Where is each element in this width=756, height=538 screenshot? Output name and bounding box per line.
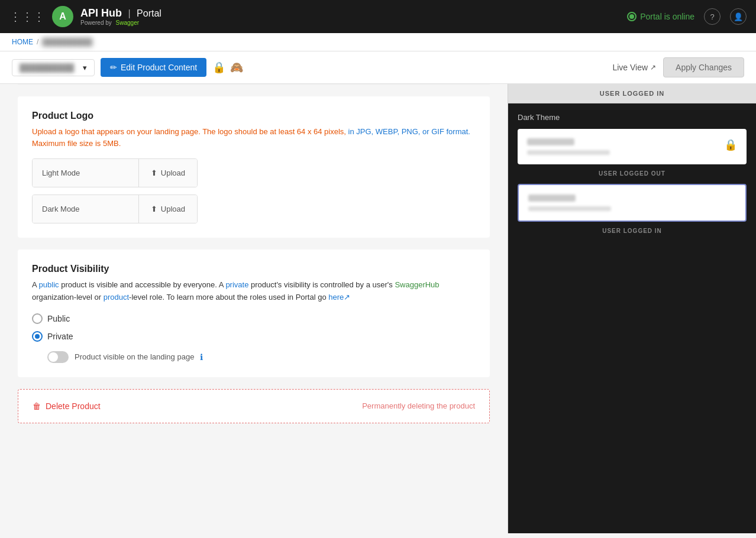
light-mode-upload-button[interactable]: ⬆ Upload <box>138 159 197 187</box>
product-dropdown[interactable]: ██████████ ▾ <box>12 59 95 76</box>
logo-section-title: Product Logo <box>32 111 476 121</box>
visibility-radio-group: Public Private <box>32 313 476 342</box>
breadcrumb-current: ██████████ <box>42 38 92 46</box>
help-icon[interactable]: ? <box>704 8 721 25</box>
preview-desc-1 <box>527 150 610 155</box>
breadcrumb-sep: / <box>37 38 38 46</box>
logged-out-label: USER LOGGED OUT <box>518 167 747 184</box>
private-radio-circle <box>32 331 43 342</box>
live-view-label: Live View <box>612 63 648 72</box>
visibility-desc: A public product is visible and accessib… <box>32 279 476 304</box>
logo-section-desc: Upload a logo that appears on your landi… <box>32 126 476 149</box>
preview-title-1 <box>527 138 574 145</box>
upload-icon-dark: ⬆ <box>151 205 157 213</box>
visibility-title: Product Visibility <box>32 264 476 274</box>
brand-text: API Hub | Portal Powered by Swagger <box>80 7 161 26</box>
dark-mode-upload-row: Dark Mode ⬆ Upload <box>32 195 198 223</box>
dark-mode-label: Dark Mode <box>33 195 138 223</box>
upload-icon-light: ⬆ <box>151 168 157 177</box>
upload-label-light: Upload <box>161 168 185 177</box>
here-link[interactable]: here↗ <box>328 293 350 302</box>
delete-section: 🗑 Delete Product Permanently deleting th… <box>18 389 490 423</box>
light-mode-label: Light Mode <box>33 159 138 187</box>
toggle-row: Product visible on the landing page ℹ <box>47 351 476 363</box>
left-panel: Product Logo Upload a logo that appears … <box>0 84 508 533</box>
breadcrumb-home[interactable]: HOME <box>12 38 33 46</box>
public-radio-circle <box>32 313 43 324</box>
status-label: Portal is online <box>640 12 694 21</box>
eye-off-icon[interactable]: 🙈 <box>230 61 243 74</box>
lock-preview-icon: 🔒 <box>724 138 737 151</box>
dark-mode-upload-button[interactable]: ⬆ Upload <box>138 195 197 223</box>
delete-icon: 🗑 <box>33 401 41 411</box>
visibility-toggle[interactable] <box>47 351 69 363</box>
breadcrumb: HOME / ██████████ <box>0 33 756 51</box>
visibility-section: Product Visibility A public product is v… <box>18 249 490 377</box>
portal-status: Portal is online <box>627 12 694 21</box>
logo-upload-area: Light Mode ⬆ Upload Dark Mode ⬆ Upload <box>32 158 476 223</box>
private-radio[interactable]: Private <box>32 331 476 342</box>
main-layout: Product Logo Upload a logo that appears … <box>0 84 756 533</box>
swagger-label: Swagger <box>116 20 139 26</box>
product-dropdown-text: ██████████ <box>20 63 78 72</box>
logged-in-bottom-label: USER LOGGED IN <box>518 224 747 234</box>
dropdown-arrow-icon: ▾ <box>83 63 87 72</box>
toolbar-right: Live View ↗ Apply Changes <box>612 57 744 77</box>
apply-label: Apply Changes <box>676 63 732 72</box>
toolbar-left: ██████████ ▾ ✏ Edit Product Content 🔒 🙈 <box>12 58 243 77</box>
grid-icon[interactable]: ⋮⋮⋮ <box>9 9 45 24</box>
toolbar-icons: 🔒 🙈 <box>212 61 243 74</box>
logged-out-preview-card: 🔒 <box>518 129 747 164</box>
delete-description: Permanently deleting the product <box>362 401 475 410</box>
upload-label-dark: Upload <box>161 205 185 213</box>
top-divider <box>18 84 490 85</box>
toolbar: ██████████ ▾ ✏ Edit Product Content 🔒 🙈 … <box>0 51 756 84</box>
dark-theme-label: Dark Theme <box>518 113 747 122</box>
nav-left: ⋮⋮⋮ A API Hub | Portal Powered by Swagge… <box>9 6 161 27</box>
private-label: Private <box>47 332 73 341</box>
logo-section: Product Logo Upload a logo that appears … <box>18 96 490 238</box>
toggle-label: Product visible on the landing page <box>75 352 194 361</box>
delete-label: Delete Product <box>46 401 101 411</box>
brand-name: API Hub <box>80 7 122 19</box>
delete-product-button[interactable]: 🗑 Delete Product <box>33 401 101 411</box>
status-dot-icon <box>627 12 637 21</box>
preview-title-2 <box>528 195 576 202</box>
user-icon[interactable]: 👤 <box>730 8 747 25</box>
public-radio[interactable]: Public <box>32 313 476 324</box>
apply-changes-button[interactable]: Apply Changes <box>663 57 744 77</box>
live-view-arrow-icon: ↗ <box>650 63 656 72</box>
dark-theme-section: Dark Theme 🔒 USER LOGGED OUT USER LOGGED… <box>508 103 756 533</box>
edit-product-button[interactable]: ✏ Edit Product Content <box>101 58 206 77</box>
public-label: Public <box>47 314 70 323</box>
app-logo: A <box>52 6 73 27</box>
edit-icon: ✏ <box>110 63 117 72</box>
logged-in-preview-card <box>518 184 747 222</box>
logged-in-top-bar: USER LOGGED IN <box>508 84 756 103</box>
preview-desc-2 <box>528 206 611 211</box>
portal-label: Portal <box>137 8 161 18</box>
top-nav: ⋮⋮⋮ A API Hub | Portal Powered by Swagge… <box>0 0 756 33</box>
light-mode-upload-row: Light Mode ⬆ Upload <box>32 158 198 187</box>
lock-icon[interactable]: 🔒 <box>212 61 225 74</box>
edit-label: Edit Product Content <box>121 63 197 72</box>
info-icon[interactable]: ℹ <box>200 352 203 362</box>
nav-right: Portal is online ? 👤 <box>627 8 747 25</box>
live-view-button[interactable]: Live View ↗ <box>612 63 656 72</box>
powered-label: Powered by Swagger <box>80 20 161 26</box>
right-panel: USER LOGGED IN Dark Theme 🔒 USER LOGGED … <box>508 84 756 533</box>
